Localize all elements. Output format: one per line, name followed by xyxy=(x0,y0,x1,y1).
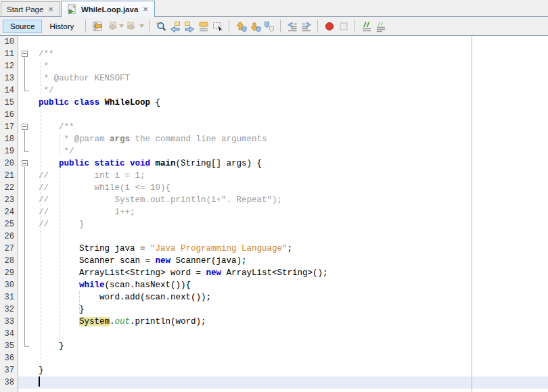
code-text[interactable]: /** xyxy=(32,48,548,60)
line-number[interactable]: 27 xyxy=(0,243,18,255)
code-text[interactable] xyxy=(32,36,548,48)
code-line[interactable]: 13 * @author KENSOFT xyxy=(0,72,548,84)
line-number[interactable]: 32 xyxy=(0,303,18,316)
code-text[interactable]: /** xyxy=(32,121,548,133)
start-macro-recording-icon[interactable] xyxy=(322,20,336,33)
code-text[interactable]: ArrayList<String> word = new ArrayList<S… xyxy=(32,267,548,279)
code-text[interactable] xyxy=(32,328,548,340)
code-line[interactable]: 26 xyxy=(0,230,548,243)
code-text[interactable]: String java = "Java Programming Language… xyxy=(32,243,548,255)
close-icon[interactable]: × xyxy=(142,6,149,13)
line-number[interactable]: 10 xyxy=(0,36,18,48)
fold-toggle[interactable] xyxy=(18,121,32,133)
code-line[interactable]: 32 } xyxy=(0,303,548,316)
code-text[interactable] xyxy=(32,230,548,243)
comment-icon[interactable] xyxy=(359,20,373,33)
toggle-bookmark-icon[interactable] xyxy=(262,20,276,33)
code-text[interactable] xyxy=(32,376,548,389)
code-line[interactable]: 23// System.out.println(i+". Repeat"); xyxy=(0,194,548,206)
code-line[interactable]: 15public class WhileLoop { xyxy=(0,97,548,109)
code-line[interactable]: 16 xyxy=(0,109,548,121)
code-lines[interactable]: 1011/**12 *13 * @author KENSOFT14 */15pu… xyxy=(0,36,548,389)
line-number[interactable]: 19 xyxy=(0,145,18,157)
code-text[interactable]: * @param args the command line arguments xyxy=(32,133,548,145)
code-text[interactable]: System.out.println(word); xyxy=(32,316,548,328)
shift-line-left-icon[interactable] xyxy=(285,20,299,33)
code-line[interactable]: 18 * @param args the command line argume… xyxy=(0,133,548,145)
code-text[interactable]: } xyxy=(32,340,548,352)
back-navigation-icon[interactable] xyxy=(104,20,118,33)
line-number[interactable]: 34 xyxy=(0,328,18,340)
code-text[interactable]: // i++; xyxy=(32,206,548,218)
find-selection-icon[interactable] xyxy=(154,20,168,33)
code-text[interactable]: Scanner scan = new Scanner(java); xyxy=(32,255,548,267)
line-number[interactable]: 22 xyxy=(0,182,18,194)
shift-line-right-icon[interactable] xyxy=(299,20,313,33)
code-text[interactable]: } xyxy=(32,303,548,316)
forward-navigation-icon[interactable] xyxy=(124,20,139,33)
code-line[interactable]: 20 public static void main(String[] args… xyxy=(0,157,548,170)
code-text[interactable]: // } xyxy=(32,218,548,230)
code-line[interactable]: 17 /** xyxy=(0,121,548,133)
line-number[interactable]: 15 xyxy=(0,97,18,109)
code-line[interactable]: 25// } xyxy=(0,218,548,230)
code-line[interactable]: 37} xyxy=(0,364,548,376)
line-number[interactable]: 13 xyxy=(0,72,18,84)
collapse-fold-icon[interactable] xyxy=(22,51,28,57)
code-text[interactable]: // int i = 1; xyxy=(32,170,548,182)
code-line[interactable]: 10 xyxy=(0,36,548,48)
line-number[interactable]: 23 xyxy=(0,194,18,206)
source-view-button[interactable]: Source xyxy=(3,20,42,33)
line-number[interactable]: 16 xyxy=(0,109,18,121)
line-number[interactable]: 12 xyxy=(0,60,18,72)
code-text[interactable] xyxy=(32,352,548,364)
tab-start-page[interactable]: Start Page × xyxy=(1,1,60,16)
toggle-rectangular-selection-icon[interactable] xyxy=(210,20,225,33)
code-line[interactable]: 19 */ xyxy=(0,145,548,157)
code-editor[interactable]: 1011/**12 *13 * @author KENSOFT14 */15pu… xyxy=(0,36,548,392)
code-line[interactable]: 28 Scanner scan = new Scanner(java); xyxy=(0,255,548,267)
code-text[interactable]: word.add(scan.next()); xyxy=(32,291,548,303)
line-number[interactable]: 31 xyxy=(0,291,18,303)
line-number[interactable]: 20 xyxy=(0,157,18,170)
code-text[interactable]: */ xyxy=(32,84,548,97)
line-number[interactable]: 11 xyxy=(0,48,18,60)
find-next-occurrence-icon[interactable] xyxy=(182,20,196,33)
line-number[interactable]: 35 xyxy=(0,340,18,352)
back-history-dropdown-icon[interactable] xyxy=(118,20,124,33)
code-line[interactable]: 31 word.add(scan.next()); xyxy=(0,291,548,303)
line-number[interactable]: 37 xyxy=(0,364,18,376)
tab-whileloop-java[interactable]: WhileLoop.java × xyxy=(61,1,155,17)
code-line[interactable]: 24// i++; xyxy=(0,206,548,218)
code-line[interactable]: 34 xyxy=(0,328,548,340)
forward-history-dropdown-icon[interactable] xyxy=(139,20,145,33)
code-text[interactable]: * @author KENSOFT xyxy=(32,72,548,84)
code-line[interactable]: 14 */ xyxy=(0,84,548,97)
previous-bookmark-icon[interactable] xyxy=(233,20,248,33)
code-line[interactable]: 38 xyxy=(0,376,548,389)
code-text[interactable]: while(scan.hasNext()){ xyxy=(32,279,548,291)
uncomment-icon[interactable] xyxy=(373,20,388,33)
code-text[interactable]: public class WhileLoop { xyxy=(32,97,548,109)
code-line[interactable]: 35 } xyxy=(0,340,548,352)
close-icon[interactable]: × xyxy=(47,6,54,13)
code-text[interactable]: */ xyxy=(32,145,548,157)
fold-toggle[interactable] xyxy=(18,157,32,170)
line-number[interactable]: 29 xyxy=(0,267,18,279)
line-number[interactable]: 36 xyxy=(0,352,18,364)
line-number[interactable]: 14 xyxy=(0,84,18,97)
line-number[interactable]: 25 xyxy=(0,218,18,230)
code-line[interactable]: 33 System.out.println(word); xyxy=(0,316,548,328)
line-number[interactable]: 18 xyxy=(0,133,18,145)
code-text[interactable]: // System.out.println(i+". Repeat"); xyxy=(32,194,548,206)
code-line[interactable]: 30 while(scan.hasNext()){ xyxy=(0,279,548,291)
line-number[interactable]: 30 xyxy=(0,279,18,291)
code-text[interactable]: * xyxy=(32,60,548,72)
next-bookmark-icon[interactable] xyxy=(248,20,262,33)
line-number[interactable]: 33 xyxy=(0,316,18,328)
code-line[interactable]: 27 String java = "Java Programming Langu… xyxy=(0,243,548,255)
line-number[interactable]: 26 xyxy=(0,230,18,243)
code-text[interactable]: public static void main(String[] args) { xyxy=(32,157,548,170)
code-text[interactable]: } xyxy=(32,364,548,376)
line-number[interactable]: 38 xyxy=(0,376,18,389)
